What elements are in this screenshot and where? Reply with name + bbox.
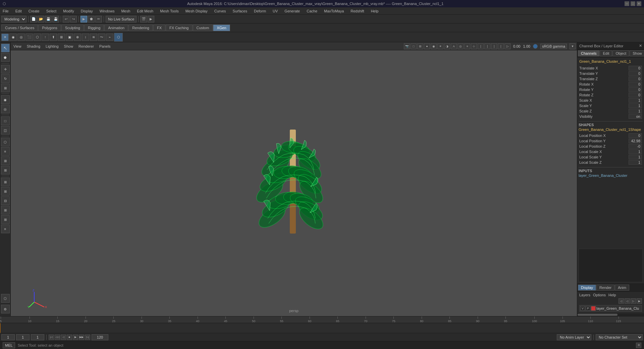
grid-btn[interactable]: ⊞ <box>1 166 10 174</box>
tab-rendering[interactable]: Rendering <box>128 24 153 31</box>
timeline-ruler[interactable]: 5101520253035404550556065707580859095100… <box>0 316 644 323</box>
sel-icon[interactable]: □ <box>411 43 417 49</box>
lasso-btn[interactable]: ⬟ <box>88 16 95 22</box>
tab-fx-caching[interactable]: FX Caching <box>166 24 192 31</box>
xgen-icon9[interactable]: ▣ <box>66 34 73 41</box>
snap2[interactable]: | <box>478 43 484 49</box>
vp-arrow-icon[interactable]: ▼ <box>570 43 576 49</box>
select-btn[interactable]: ▶ <box>80 16 87 22</box>
inputs-name[interactable]: layer_Green_Banana_Cluster <box>579 173 643 178</box>
tab-rigging[interactable]: Rigging <box>84 24 104 31</box>
xgen-icon7[interactable]: ⬆ <box>50 34 57 41</box>
select-tool-btn[interactable]: ↖ <box>1 44 10 52</box>
iso-icon[interactable]: ◎ <box>458 43 464 49</box>
shade-icon[interactable]: ● <box>424 43 430 49</box>
menu-item-modify[interactable]: Modify <box>62 8 75 14</box>
prev-key-btn[interactable]: ◁◁ <box>55 335 60 340</box>
snap1[interactable]: ⊹ <box>471 43 477 49</box>
layer-name[interactable]: layer_Green_Banana_Clu <box>596 306 641 310</box>
bottom-ls-btn2[interactable]: ⚙ <box>1 305 10 313</box>
move-tool-btn[interactable]: ✛ <box>1 65 10 73</box>
rp-scroll-thumb[interactable] <box>578 314 618 316</box>
show-menu[interactable]: Show <box>63 44 75 49</box>
light-icon[interactable]: ☀ <box>437 43 443 49</box>
cb-shape-attr-value[interactable]: 1 <box>629 149 642 154</box>
menu-item-mesh-tools[interactable]: Mesh Tools <box>159 8 180 14</box>
layer-color-swatch[interactable] <box>591 306 596 311</box>
wire-icon[interactable]: ⊞ <box>417 43 423 49</box>
cb-attr-value[interactable]: 0 <box>629 82 642 87</box>
frame-start-input[interactable] <box>1 334 15 340</box>
new-btn[interactable]: 📄 <box>30 16 37 22</box>
script-mode-btn[interactable]: MEL <box>3 342 15 348</box>
ipr-btn[interactable]: ▶ <box>148 16 154 22</box>
tab-polygons[interactable]: Polygons <box>38 24 61 31</box>
colorspace-btn[interactable]: sRGB gamma <box>540 44 567 49</box>
layer-visibility-btn[interactable]: V <box>580 306 585 311</box>
xgen-icon1[interactable]: ✕ <box>1 34 9 41</box>
soft-mod-btn[interactable]: ◉ <box>1 95 10 104</box>
menu-item-redshift[interactable]: Redshift <box>349 8 365 14</box>
menu-item-file[interactable]: File <box>1 8 10 14</box>
canvas-area[interactable]: X Y Z persp <box>11 50 577 316</box>
layer-btn[interactable]: ≡ <box>1 147 10 156</box>
hud-icon[interactable]: ≡ <box>464 43 470 49</box>
anim-tab[interactable]: Anim <box>615 285 629 291</box>
next-frame-btn[interactable]: ▷| <box>85 335 90 340</box>
cam-icon[interactable]: 📷 <box>404 43 410 49</box>
cb-shape-attr-value[interactable]: 1 <box>629 160 642 165</box>
snap5[interactable]: | <box>498 43 504 49</box>
display-btn1[interactable]: □ <box>1 116 10 125</box>
menu-item-cache[interactable]: Cache <box>305 8 319 14</box>
cb-attr-value[interactable]: 0 <box>629 71 642 76</box>
xgen-hexagon[interactable]: ⬡ <box>114 33 123 42</box>
cb-shape-attr-value[interactable]: 0 <box>629 133 642 138</box>
xgen-icon12[interactable]: ≋ <box>90 34 97 41</box>
tab-curves-surfaces[interactable]: Curves / Surfaces <box>1 24 38 31</box>
extra-btn1[interactable]: ⊞ <box>1 178 10 186</box>
snap4[interactable]: | <box>491 43 497 49</box>
menu-item-maxtomaya[interactable]: MaxToMaya <box>323 8 345 14</box>
panels-menu[interactable]: Panels <box>98 44 112 49</box>
tab-sculpting[interactable]: Sculpting <box>61 24 84 31</box>
rp-close-icon[interactable]: ✕ <box>639 44 642 48</box>
layers-menu-options[interactable]: Options <box>593 293 606 297</box>
xgen-icon4[interactable]: ⬛ <box>25 34 33 41</box>
extra-btn2[interactable]: ⊞ <box>1 187 10 196</box>
layer-p-btn[interactable]: P <box>586 306 590 311</box>
cb-attr-value[interactable]: 0 <box>629 87 642 92</box>
layer-icon4[interactable]: ▶ <box>637 298 642 304</box>
extra-btn6[interactable]: ≡ <box>1 225 10 233</box>
cb-shape-attr-value[interactable]: -0 <box>629 144 642 149</box>
cb-attr-value[interactable]: on <box>629 114 642 119</box>
frame-max-input[interactable] <box>92 334 108 340</box>
view-menu[interactable]: View <box>12 44 23 49</box>
menu-item-windows[interactable]: Windows <box>98 8 116 14</box>
renderer-menu[interactable]: Renderer <box>77 44 95 49</box>
maximize-button[interactable]: □ <box>631 1 635 6</box>
xgen-icon13[interactable]: 〜 <box>98 34 105 41</box>
xgen-icon6[interactable]: ↑ <box>42 34 49 41</box>
menu-item-uv[interactable]: UV <box>271 8 279 14</box>
undo-btn[interactable]: ↩ <box>63 16 69 22</box>
prev-frame-btn[interactable]: |◁ <box>49 335 54 340</box>
display-tab[interactable]: Display <box>578 285 596 291</box>
render-view-btn[interactable]: ⬡ <box>1 138 10 146</box>
menu-item-deform[interactable]: Deform <box>253 8 267 14</box>
cb-attr-value[interactable]: 1 <box>629 98 642 103</box>
menu-item-help[interactable]: Help <box>370 8 380 14</box>
close-button[interactable]: ✕ <box>637 1 641 6</box>
rotate-tool-btn[interactable]: ↻ <box>1 74 10 83</box>
xgen-icon11[interactable]: ↕ <box>82 34 89 41</box>
menu-item-select[interactable]: Select <box>45 8 58 14</box>
render-tab[interactable]: Render <box>596 285 614 291</box>
cb-shape-attr-value[interactable]: 42.98 <box>629 139 642 143</box>
tab-animation[interactable]: Animation <box>104 24 128 31</box>
paint-btn[interactable]: ✏ <box>95 16 102 22</box>
xgen-icon8[interactable]: ⊞ <box>58 34 65 41</box>
timeline-scrub[interactable] <box>0 323 644 333</box>
bottom-ls-btn1[interactable]: ⬡ <box>1 294 10 303</box>
xgen-icon2[interactable]: ◉ <box>9 34 17 41</box>
menu-item-generate[interactable]: Generate <box>283 8 301 14</box>
menu-item-edit[interactable]: Edit <box>14 8 23 14</box>
